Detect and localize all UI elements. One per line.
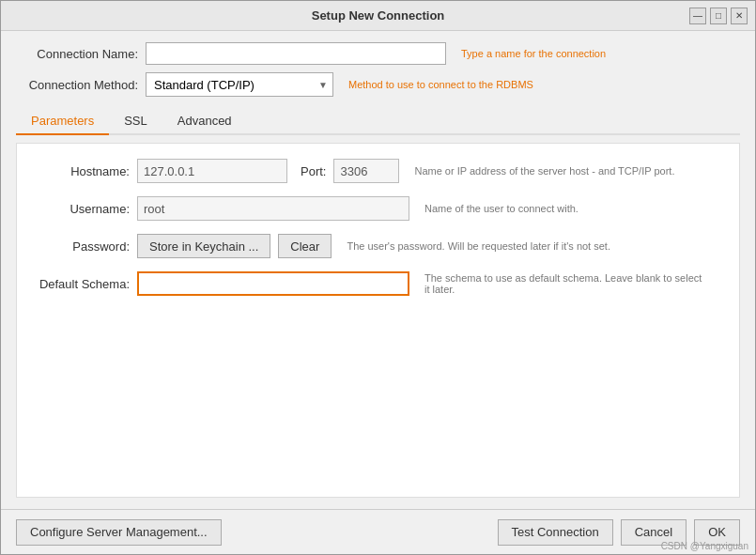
connection-name-row: Connection Name: Type a name for the con… — [16, 42, 740, 65]
password-label: Password: — [36, 239, 130, 254]
connection-name-input[interactable] — [146, 42, 446, 65]
connection-method-hint: Method to use to connect to the RDBMS — [348, 79, 533, 90]
window-controls: — □ ✕ — [689, 8, 748, 24]
username-hint: Name of the user to connect with. — [424, 203, 579, 214]
hostname-input[interactable] — [137, 159, 287, 183]
footer: Configure Server Management... Test Conn… — [1, 509, 755, 554]
store-keychain-button[interactable]: Store in Keychain ... — [137, 234, 270, 258]
tabs-container: Parameters SSL Advanced — [16, 108, 740, 135]
tab-ssl[interactable]: SSL — [109, 108, 162, 135]
window-title: Setup New Connection — [312, 8, 445, 23]
password-row: Password: Store in Keychain ... Clear Th… — [36, 234, 720, 258]
port-label: Port: — [301, 164, 326, 178]
default-schema-label: Default Schema: — [36, 277, 130, 291]
configure-server-button[interactable]: Configure Server Management... — [16, 519, 222, 546]
connection-name-label: Connection Name: — [16, 47, 138, 61]
username-row: Username: Name of the user to connect wi… — [36, 196, 720, 221]
hostname-row: Hostname: Port: Name or IP address of th… — [36, 159, 720, 183]
hostname-label: Hostname: — [36, 164, 130, 178]
connection-name-hint: Type a name for the connection — [461, 48, 606, 59]
content-area: Connection Name: Type a name for the con… — [1, 31, 755, 509]
default-schema-input[interactable] — [137, 271, 409, 296]
connection-method-wrapper: Standard (TCP/IP) Standard (TCP/IP) over… — [146, 72, 333, 97]
close-button[interactable]: ✕ — [731, 8, 748, 24]
port-input[interactable] — [333, 159, 399, 183]
titlebar: Setup New Connection — □ ✕ — [1, 1, 755, 31]
tab-parameters[interactable]: Parameters — [16, 108, 109, 135]
clear-button[interactable]: Clear — [278, 234, 332, 258]
test-connection-button[interactable]: Test Connection — [498, 519, 613, 546]
maximize-button[interactable]: □ — [710, 8, 727, 24]
connection-method-label: Connection Method: — [16, 78, 138, 92]
username-input[interactable] — [137, 196, 409, 221]
tab-advanced[interactable]: Advanced — [162, 108, 247, 135]
connection-method-row: Connection Method: Standard (TCP/IP) Sta… — [16, 72, 740, 97]
default-schema-row: Default Schema: The schema to use as def… — [36, 271, 720, 296]
password-hint: The user's password. Will be requested l… — [347, 240, 610, 252]
default-schema-hint: The schema to use as default schema. Lea… — [424, 272, 706, 295]
connection-method-select[interactable]: Standard (TCP/IP) Standard (TCP/IP) over… — [146, 72, 333, 97]
minimize-button[interactable]: — — [689, 8, 706, 24]
parameters-panel: Hostname: Port: Name or IP address of th… — [16, 143, 740, 498]
footer-left: Configure Server Management... — [16, 519, 222, 546]
username-label: Username: — [36, 202, 130, 216]
hostname-hint: Name or IP address of the server host - … — [414, 165, 674, 177]
watermark: CSDN @Yangxiguan — [661, 541, 748, 551]
